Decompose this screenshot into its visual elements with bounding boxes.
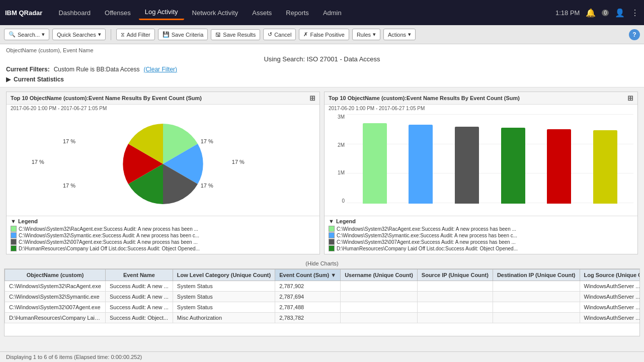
col-low-level[interactable]: Low Level Category (Unique Count) (173, 269, 275, 281)
table-row[interactable]: C:\Windows\System32\Symantic.exe Success… (5, 292, 640, 302)
col-object-name[interactable]: ObjectName (custom) (5, 269, 106, 281)
cell-source-ip (417, 302, 493, 313)
cell-low-level: System Status (173, 302, 275, 313)
cell-object-name: D:\HumanResources\Company Laid Off List.… (5, 313, 106, 323)
menu-icon[interactable]: ⋮ (631, 8, 639, 18)
cell-username (341, 292, 418, 302)
filter-value: Custom Rule is BB:Data Access (54, 66, 140, 73)
legend-text-3: C:\Windows\System32\007Agent.exe:Success… (19, 239, 198, 245)
col-event-name[interactable]: Event Name (106, 269, 173, 281)
bar-chart-body: 3M 2M 1M 0 (325, 112, 637, 216)
search-title: Using Search: ISO 27001 - Data Access (6, 55, 638, 63)
breadcrumb: ObjectName (custom), Event Name (6, 47, 638, 53)
bar-chart-area: 3M 2M 1M 0 (329, 114, 633, 214)
notification-badge: 0 (602, 10, 609, 16)
current-statistics-toggle[interactable]: ▶ Current Statistics (6, 76, 638, 83)
actions-dropdown-icon: ▾ (408, 31, 411, 38)
cancel-icon: ↺ (268, 31, 272, 38)
legend-item-3: C:\Windows\System32\007Agent.exe:Success… (11, 239, 315, 245)
subheader: ObjectName (custom), Event Name Using Se… (0, 44, 644, 87)
nav-item-network-activity[interactable]: Network Activity (186, 6, 245, 20)
legend-color-1 (11, 226, 17, 232)
cell-source-ip (417, 292, 493, 302)
status-bar: Displaying 1 to 6 of 6 items (Elapsed ti… (0, 351, 644, 362)
nav-item-offenses[interactable]: Offenses (99, 6, 137, 20)
notifications-icon[interactable]: 🔔 (586, 8, 596, 18)
actions-button[interactable]: Actions ▾ (383, 29, 416, 40)
status-text: Displaying 1 to 6 of 6 items (Elapsed ti… (6, 354, 142, 360)
cancel-button[interactable]: ↺ Cancel (263, 29, 296, 40)
cell-log-source: WindowsAuthServer ... (580, 281, 640, 292)
cell-event-name: Success Audit: Object... (106, 313, 173, 323)
cell-event-count: 2,787,488 (275, 302, 341, 313)
table-row[interactable]: C:\Windows\System32\007Agent.exe Success… (5, 302, 640, 313)
col-source-ip[interactable]: Source IP (Unique Count) (417, 269, 493, 281)
col-event-count[interactable]: Event Count (Sum) ▼ (275, 269, 341, 281)
cell-source-ip (417, 313, 493, 323)
pie-chart-legend-title[interactable]: ▼ Legend (11, 218, 315, 224)
col-dest-ip[interactable]: Destination IP (Unique Count) (493, 269, 580, 281)
stats-toggle-icon: ▶ (6, 76, 11, 83)
save-criteria-button[interactable]: 💾 Save Criteria (158, 29, 208, 40)
pie-chart-title: Top 10 ObjectName (custom):Event Name Re… (11, 95, 202, 101)
add-filter-button[interactable]: ⧖ Add Filter (116, 29, 155, 40)
pie-chart-panel: Top 10 ObjectName (custom):Event Name Re… (6, 92, 320, 254)
quick-searches-dropdown-icon: ▾ (98, 31, 101, 38)
search-icon: 🔍 (9, 31, 16, 38)
nav-item-log-activity[interactable]: Log Activity (139, 5, 184, 20)
col-username[interactable]: Username (Unique Count) (341, 269, 418, 281)
nav-item-assets[interactable]: Assets (246, 6, 278, 20)
pie-label-2: 17 % (232, 159, 245, 165)
false-positive-icon: ✗ (303, 31, 308, 38)
bar-chart-maximize-icon[interactable]: ⊞ (627, 94, 633, 102)
hide-charts-link[interactable]: (Hide Charts) (0, 258, 644, 268)
cell-event-name: Success Audit: A new ... (106, 281, 173, 292)
nav-menu: Dashboard Offenses Log Activity Network … (52, 5, 555, 20)
search-dropdown-icon: ▾ (42, 31, 45, 38)
bar-chart-legend-title[interactable]: ▼ Legend (329, 218, 633, 224)
legend-toggle-icon: ▼ (11, 218, 16, 224)
nav-item-admin[interactable]: Admin (317, 6, 348, 20)
rules-button[interactable]: Rules ▾ (352, 29, 380, 40)
pie-chart-header: Top 10 ObjectName (custom):Event Name Re… (7, 92, 319, 105)
cell-log-source: WindowsAuthServer ... (580, 313, 640, 323)
cell-dest-ip (493, 281, 580, 292)
save-results-button[interactable]: 🖫 Save Results (211, 29, 260, 40)
cell-dest-ip (493, 292, 580, 302)
pie-chart-maximize-icon[interactable]: ⊞ (309, 94, 315, 102)
bar-chart-date: 2017-06-20 1:00 PM - 2017-06-27 1:05 PM (325, 105, 637, 112)
legend-text-4: D:\HumanResources\Company Laid Off List.… (19, 246, 200, 251)
legend-text-2: C:\Windows\System32\Symantic.exe:Success… (19, 233, 199, 238)
clear-filter-link[interactable]: (Clear Filter) (143, 66, 177, 73)
table-row[interactable]: C:\Windows\System32\RacAgent.exe Success… (5, 281, 640, 292)
cell-username (341, 313, 418, 323)
rules-dropdown-icon: ▾ (373, 31, 376, 38)
search-button[interactable]: 🔍 Search... ▾ (4, 29, 49, 40)
bar-legend-text-1: C:\Windows\System32\RacAgent.exe:Success… (337, 226, 516, 232)
legend-color-3 (11, 239, 17, 245)
cell-dest-ip (493, 302, 580, 313)
y-label-2m: 2M (338, 142, 345, 148)
quick-searches-button[interactable]: Quick Searches ▾ (52, 29, 106, 40)
table-header-row: ObjectName (custom) Event Name Low Level… (5, 269, 640, 281)
table-row[interactable]: D:\HumanResources\Company Laid Off List.… (5, 313, 640, 323)
false-positive-button[interactable]: ✗ False Positive (299, 29, 349, 40)
bar-legend-color-1 (329, 226, 335, 232)
bar-legend-color-2 (329, 232, 335, 238)
nav-item-dashboard[interactable]: Dashboard (52, 6, 97, 20)
help-button[interactable]: ? (629, 29, 640, 40)
cell-username (341, 281, 418, 292)
filter-row: Current Filters: Custom Rule is BB:Data … (6, 66, 638, 73)
bar-chart-title: Top 10 ObjectName (custom):Event Name Re… (329, 95, 520, 101)
cell-event-count: 2,787,902 (275, 281, 341, 292)
bar-chart-legend: ▼ Legend C:\Windows\System32\RacAgent.ex… (325, 216, 637, 254)
app-logo: IBM QRadar (5, 9, 42, 17)
col-log-source[interactable]: Log Source (Unique Count) (580, 269, 640, 281)
cell-object-name: C:\Windows\System32\RacAgent.exe (5, 281, 106, 292)
user-icon[interactable]: 👤 (615, 8, 625, 18)
nav-item-reports[interactable]: Reports (280, 6, 315, 20)
bar-4 (501, 128, 525, 204)
y-label-3m: 3M (338, 114, 345, 120)
pie-label-4: 17 % (63, 183, 75, 189)
bar-legend-item-1: C:\Windows\System32\RacAgent.exe:Success… (329, 226, 633, 232)
